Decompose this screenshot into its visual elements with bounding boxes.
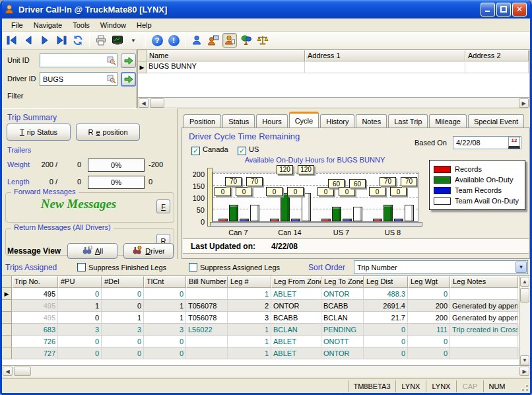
col-header-pu[interactable]: #PU — [58, 276, 102, 288]
suppress-assigned-box[interactable] — [189, 263, 197, 271]
suppress-assigned-checkbox[interactable]: Suppress Assigned Legs — [189, 262, 280, 274]
col-header-tripno[interactable]: Trip No. — [12, 276, 58, 288]
driver-lookup-icon[interactable] — [107, 75, 116, 84]
row-indicator — [2, 336, 12, 347]
scales-icon[interactable] — [255, 33, 270, 48]
tab-history[interactable]: History — [320, 114, 354, 127]
unit-id-input[interactable] — [40, 54, 117, 67]
driver-grid-col-1[interactable]: Name — [147, 50, 305, 61]
bar-available-on-duty — [383, 205, 393, 221]
table-row[interactable]: 683333L560221BCLANPENDING0111Trip create… — [2, 324, 530, 336]
table-cell: 0 — [58, 312, 102, 324]
last-record-icon[interactable] — [54, 33, 69, 48]
canada-checkbox[interactable]: ✓Canada — [191, 144, 228, 156]
scroll-left-icon[interactable]: ◀ — [3, 367, 13, 376]
scroll-thumb[interactable] — [150, 98, 164, 108]
monitor-icon[interactable] — [110, 33, 125, 48]
info-icon[interactable]: ! — [166, 33, 181, 48]
col-header-legfromzone[interactable]: Leg From Zone — [271, 276, 321, 288]
us-checkbox-box[interactable]: ✓ — [238, 147, 246, 155]
reposition-button[interactable]: Reposition — [76, 124, 140, 141]
trips-table-hscrollbar[interactable]: ◀ ▶ — [2, 365, 530, 377]
table-cell: 3 — [58, 324, 102, 336]
col-header-legwgt[interactable]: Leg Wgt — [408, 276, 450, 288]
status-cell-num-4: NUM — [483, 380, 510, 392]
user-icon[interactable] — [189, 33, 204, 48]
refresh-icon[interactable] — [71, 33, 85, 48]
menu-tools[interactable]: Tools — [67, 20, 95, 30]
menu-file[interactable]: File — [6, 20, 28, 30]
scroll-up-icon[interactable]: ▲ — [520, 277, 529, 287]
print-icon[interactable] — [94, 33, 108, 48]
trip-status-button[interactable]: Trip Status — [7, 124, 71, 141]
scroll-down-icon[interactable]: ▼ — [520, 355, 529, 365]
next-record-icon[interactable] — [38, 33, 52, 48]
maximize-button[interactable] — [496, 3, 511, 17]
bar-team-records — [240, 219, 249, 221]
table-row[interactable]: ▶4950001ABLETONTOR488.30 — [2, 288, 530, 300]
table-cell: ONTOR — [321, 347, 364, 359]
tab-notes[interactable]: Notes — [356, 114, 387, 127]
tab-hours[interactable]: Hours — [256, 114, 287, 127]
tab-position[interactable]: Position — [183, 114, 221, 127]
menu-navigate[interactable]: Navigate — [28, 20, 67, 30]
user-computer-icon[interactable] — [206, 33, 220, 48]
suppress-finished-checkbox[interactable]: Suppress Finished Legs — [77, 262, 166, 274]
col-header-del[interactable]: #Del — [102, 276, 144, 288]
table-row[interactable]: 495011T0560783BCABBBCLAN21.7200Generated… — [2, 312, 530, 324]
col-header-billnumber[interactable]: Bill Number — [186, 276, 228, 288]
table-row[interactable]: 495101T0560782ONTORBCABB2691.4200Generat… — [2, 300, 530, 312]
table-cell — [186, 288, 228, 300]
col-header-leg[interactable]: Leg # — [228, 276, 271, 288]
driver-callin-icon[interactable] — [222, 33, 237, 48]
col-header-legdist[interactable]: Leg Dist — [364, 276, 408, 288]
driver-grid-row[interactable]: ▶BUGS BUNNY — [138, 61, 529, 73]
bar-value-label: 60 — [349, 179, 366, 188]
table-row[interactable]: 7270001ABLETONTOR00 — [2, 347, 530, 359]
driver-go-button[interactable] — [121, 72, 136, 87]
message-view-driver-button[interactable]: Driver — [123, 243, 174, 259]
canada-checkbox-box[interactable]: ✓ — [191, 147, 200, 155]
menu-help[interactable]: Help — [131, 20, 157, 30]
message-view-all-button[interactable]: All — [67, 243, 117, 259]
legend-label: Available On-Duty — [455, 176, 513, 184]
unit-go-button[interactable] — [121, 54, 136, 68]
col-header-legtozone[interactable]: Leg To Zone — [321, 276, 364, 288]
chevron-down-icon[interactable]: ▼ — [515, 262, 527, 273]
tab-status[interactable]: Status — [222, 114, 255, 127]
monitor-dropdown-icon[interactable]: ▼ — [127, 33, 141, 48]
table-row[interactable]: 7260001ABLETONOTT00 — [2, 336, 530, 347]
close-button[interactable]: ✕ — [512, 3, 527, 17]
help-icon[interactable]: ? — [150, 33, 164, 48]
table-cell: 1 — [102, 312, 144, 324]
scroll-thumb[interactable] — [520, 288, 529, 303]
calendar-icon[interactable]: 12 — [508, 137, 520, 149]
scroll-left-icon[interactable]: ◀ — [139, 98, 149, 108]
driver-grid-col-3[interactable]: Address 2 — [465, 50, 529, 61]
tab-special-event[interactable]: Special Event — [468, 114, 524, 127]
tab-last-trip[interactable]: Last Trip — [388, 114, 428, 127]
table-cell — [186, 336, 228, 347]
scroll-thumb[interactable] — [14, 367, 31, 376]
sort-order-combobox[interactable] — [354, 260, 528, 274]
driver-id-input[interactable] — [40, 72, 117, 86]
tab-mileage[interactable]: Mileage — [429, 114, 467, 127]
menu-window[interactable]: Window — [95, 20, 131, 30]
col-header-legnotes[interactable]: Leg Notes — [450, 276, 518, 288]
col-header-tlcnt[interactable]: TlCnt — [144, 276, 186, 288]
trips-table-vscrollbar[interactable]: ▲ ▼ — [519, 276, 530, 366]
minimize-button[interactable] — [481, 3, 495, 17]
resize-grip[interactable] — [510, 380, 530, 392]
scroll-right-icon[interactable]: ▶ — [519, 98, 529, 108]
first-record-icon[interactable] — [5, 33, 19, 48]
suppress-finished-box[interactable] — [77, 263, 86, 271]
us-checkbox[interactable]: ✓US — [238, 144, 259, 156]
forward-messages-button[interactable]: F — [156, 199, 170, 213]
prev-record-icon[interactable] — [21, 33, 36, 48]
driver-grid-col-2[interactable]: Address 1 — [305, 50, 465, 61]
unit-lookup-icon[interactable] — [107, 56, 116, 65]
driver-grid-hscrollbar[interactable]: ◀ ▶ — [138, 97, 529, 108]
tab-cycle[interactable]: Cycle — [289, 112, 319, 127]
tree-icon[interactable] — [239, 33, 253, 48]
scroll-right-icon[interactable]: ▶ — [519, 367, 529, 376]
